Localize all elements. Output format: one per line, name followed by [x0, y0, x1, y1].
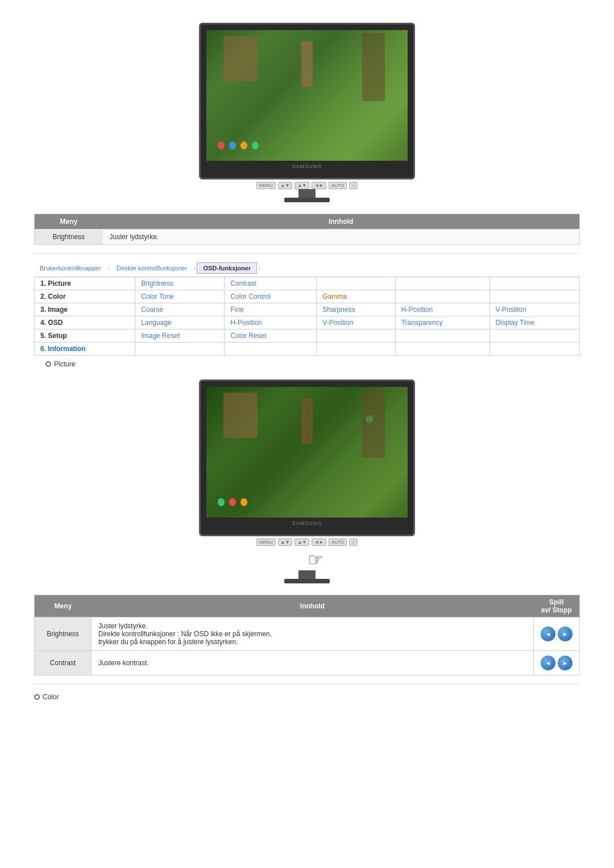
- osd-row6-empty3: [317, 343, 395, 356]
- osd-row2-c3[interactable]: Gamma: [317, 290, 395, 303]
- osd-row5-empty2: [395, 329, 489, 343]
- btn-menu[interactable]: MENU: [256, 182, 276, 189]
- osd-row1-empty: [317, 277, 395, 290]
- full-table-header-innhold: Innhold: [92, 595, 534, 617]
- dot-icon-picture: [45, 361, 51, 367]
- tab-osd[interactable]: OSD-funksjoner: [197, 262, 257, 274]
- osd-row4-c5[interactable]: Display Time: [489, 316, 579, 329]
- monitor-base-1: [284, 198, 330, 202]
- osd-row4-c2[interactable]: H-Position: [225, 316, 317, 329]
- osd-row2-label: 2. Color: [35, 290, 135, 303]
- btn2-auto[interactable]: AUTO: [329, 539, 347, 546]
- btn2-updown[interactable]: ▲▼: [278, 539, 293, 546]
- balloon-orange2: [240, 498, 247, 506]
- monitor-buttons-1: MENU ▲▼ ▲▼ ◄► AUTO ○: [256, 182, 358, 189]
- osd-row3-c5[interactable]: V-Position: [489, 303, 579, 316]
- screen-decorations-2: [218, 498, 247, 506]
- osd-row-6: 6. Information: [35, 343, 580, 356]
- osd-row1-c2[interactable]: Contrast: [225, 277, 317, 290]
- btn2-leftright[interactable]: ▲▼: [294, 539, 309, 546]
- btn2-power[interactable]: ○: [349, 539, 358, 546]
- osd-row-1: 1. Picture Brightness Contrast: [35, 277, 580, 290]
- contrast-content: Justere kontrast.: [92, 651, 534, 675]
- osd-row5-empty: [317, 329, 395, 343]
- full-table-row-brightness: Brightness Juster lydstyrke. Direkte kon…: [35, 617, 580, 651]
- menu-table-1-header-col2: Innhold: [103, 214, 580, 229]
- row1-content: Juster lydstyrke.: [103, 229, 580, 245]
- nav-sep-1: ›: [108, 265, 110, 272]
- row1-label: Brightness: [35, 229, 103, 245]
- osd-row1-empty3: [489, 277, 579, 290]
- btn-power[interactable]: ○: [349, 182, 358, 189]
- btn2-nav[interactable]: ◄►: [312, 539, 326, 546]
- full-table: Meny Innhold Spill av/ Stopp Brightness …: [34, 595, 580, 675]
- brightness-prev-btn[interactable]: [541, 627, 555, 641]
- brightness-line2: Direkte kontrollfunksjoner : Når OSD ikk…: [98, 630, 526, 638]
- dot-icon-color: [34, 694, 40, 700]
- screen-pagoda-2: [301, 398, 313, 444]
- section-picture-label: Picture: [45, 360, 580, 368]
- hand-pointer-icon: ☞: [308, 549, 324, 570]
- osd-row2-empty: [395, 290, 489, 303]
- menu-table-1-header-col1: Meny: [35, 214, 103, 229]
- osd-row4-c1[interactable]: Language: [135, 316, 225, 329]
- monitor-stand-2: [298, 570, 316, 579]
- section-color-label: Color: [34, 693, 580, 701]
- balloon-red2: [229, 498, 236, 506]
- btn-updown[interactable]: ▲▼: [278, 182, 293, 189]
- monitor-screen-2: [206, 387, 408, 518]
- osd-row3-c3[interactable]: Sharpness: [317, 303, 395, 316]
- osd-row4-c4[interactable]: Transparency: [395, 316, 489, 329]
- btn-auto[interactable]: AUTO: [329, 182, 347, 189]
- tab-direkte[interactable]: Direkte kontrollfunksjoner: [111, 263, 193, 273]
- brightness-line3: trykker du på knappen for å justere lyss…: [98, 638, 526, 646]
- nav-sep-2: ›: [194, 265, 196, 272]
- osd-row2-c2[interactable]: Color Control: [225, 290, 317, 303]
- btn-nav[interactable]: ◄►: [312, 182, 326, 189]
- osd-row3-label: 3. Image: [35, 303, 135, 316]
- brightness-next-btn[interactable]: [558, 627, 572, 641]
- osd-row6-empty5: [489, 343, 579, 356]
- divider-2: [34, 684, 580, 685]
- screen-pagoda: [301, 41, 313, 87]
- osd-row1-c1[interactable]: Brightness: [135, 277, 225, 290]
- osd-row3-c1[interactable]: Coarse: [135, 303, 225, 316]
- osd-table: 1. Picture Brightness Contrast 2. Color …: [34, 277, 580, 356]
- balloon-red: [218, 141, 225, 149]
- contrast-next-btn[interactable]: [558, 656, 572, 670]
- full-table-header-meny: Meny: [35, 595, 92, 617]
- green-dot: [366, 415, 374, 423]
- osd-row3-c2[interactable]: Fine: [225, 303, 317, 316]
- osd-row6-empty: [135, 343, 225, 356]
- full-table-row-contrast: Contrast Justere kontrast.: [35, 651, 580, 675]
- btn-leftright[interactable]: ▲▼: [294, 182, 309, 189]
- osd-row5-c1[interactable]: Image Reset: [135, 329, 225, 343]
- osd-row6-label: 6. Information: [35, 343, 135, 356]
- osd-row4-c3[interactable]: V-Position: [317, 316, 395, 329]
- color-label: Color: [43, 693, 59, 701]
- btn2-menu[interactable]: MENU: [256, 539, 276, 546]
- osd-row3-c4[interactable]: H-Position: [395, 303, 489, 316]
- osd-row-2: 2. Color Color Tone Color Control Gamma: [35, 290, 580, 303]
- monitor-frame-1: SAMSUNG: [199, 23, 415, 180]
- osd-row4-label: 4. OSD: [35, 316, 135, 329]
- full-table-header-spill: Spill av/ Stopp: [534, 595, 580, 617]
- monitor-display-1: SAMSUNG MENU ▲▼ ▲▼ ◄► AUTO ○: [193, 23, 421, 202]
- balloon-green: [252, 141, 259, 149]
- osd-row6-empty2: [225, 343, 317, 356]
- tab-brukerkontroll[interactable]: Brukerkontrollknapper: [34, 263, 107, 273]
- osd-row5-c2[interactable]: Color Reset: [225, 329, 317, 343]
- table-row: Brightness Juster lydstyrke.: [35, 229, 580, 245]
- monitor-buttons-2: MENU ▲▼ ▲▼ ◄► AUTO ○: [256, 539, 358, 546]
- monitor-bezel-1: SAMSUNG: [206, 161, 408, 172]
- osd-row2-c1[interactable]: Color Tone: [135, 290, 225, 303]
- contrast-prev-btn[interactable]: [541, 656, 555, 670]
- osd-row6-empty4: [395, 343, 489, 356]
- monitor-frame-2: SAMSUNG: [199, 379, 415, 536]
- osd-row2-empty2: [489, 290, 579, 303]
- balloon-orange: [240, 141, 247, 149]
- monitor-display-2: SAMSUNG MENU ▲▼ ▲▼ ◄► AUTO ○ ☞: [193, 379, 421, 583]
- brightness-line1: Juster lydstyrke.: [98, 622, 526, 630]
- brightness-buttons: [534, 617, 580, 651]
- contrast-label: Contrast: [35, 651, 92, 675]
